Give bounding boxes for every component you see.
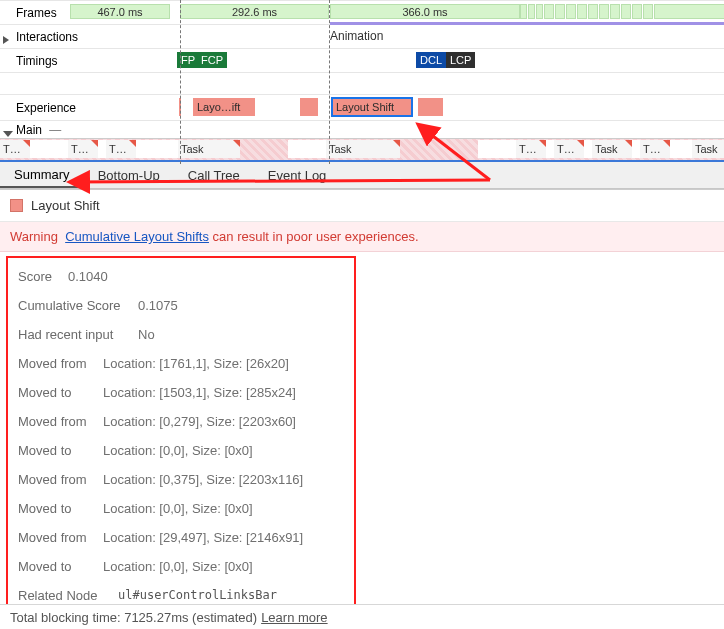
task-cell[interactable]: Task: [178, 140, 240, 158]
expand-icon[interactable]: [3, 36, 9, 44]
frame-segment[interactable]: [610, 4, 620, 19]
main-label: Main —: [0, 123, 170, 137]
task-cell[interactable]: T…: [640, 140, 670, 158]
interactions-label-text: Interactions: [16, 30, 78, 44]
frame-segment[interactable]: [577, 4, 587, 19]
task-cell[interactable]: Task: [326, 140, 400, 158]
detail-row: Had recent inputNo: [8, 320, 354, 349]
timings-label-text: Timings: [16, 54, 58, 68]
detail-row: Moved fromLocation: [0,375], Size: [2203…: [8, 465, 354, 494]
detail-block: Score0.1040 Cumulative Score0.1075 Had r…: [6, 256, 356, 614]
task-gap: [168, 140, 178, 158]
interactions-track[interactable]: Interactions Animation: [0, 24, 724, 48]
frame-segment[interactable]: 328.4 ms: [654, 4, 724, 19]
dcl-badge[interactable]: DCL: [416, 52, 446, 68]
frame-segment[interactable]: [621, 4, 631, 19]
experience-track[interactable]: Experience Layo…ift Layout Shift: [0, 94, 724, 120]
timings-label: Timings: [0, 54, 170, 68]
fcp-badge[interactable]: FCP: [197, 52, 227, 68]
detail-row: Moved fromLocation: [0,279], Size: [2203…: [8, 407, 354, 436]
experience-label: Experience: [0, 101, 170, 115]
task-cell[interactable]: Task: [692, 140, 724, 158]
tab-bottom-up[interactable]: Bottom-Up: [84, 162, 174, 188]
related-node[interactable]: ul#userControlLinksBar: [118, 588, 277, 603]
guide-line: [329, 0, 330, 164]
task-cell[interactable]: T…: [516, 140, 546, 158]
main-track[interactable]: Main —: [0, 120, 724, 138]
layout-shift-marker[interactable]: [300, 98, 318, 116]
task-gap: [98, 140, 106, 158]
detail-row: Moved toLocation: [1503,1], Size: [285x2…: [8, 378, 354, 407]
interactions-label: Interactions: [0, 30, 170, 44]
warning-suffix: can result in poor user experiences.: [209, 229, 419, 244]
detail-row: Moved toLocation: [0,0], Size: [0x0]: [8, 552, 354, 581]
lcp-badge[interactable]: LCP: [446, 52, 475, 68]
frame-segment[interactable]: 366.0 ms: [330, 4, 520, 19]
spacer-track: [0, 72, 724, 94]
detail-row: Moved toLocation: [0,0], Size: [0x0]: [8, 494, 354, 523]
guide-line: [180, 0, 181, 164]
purple-span-bar: [330, 22, 724, 25]
frame-segment[interactable]: [528, 4, 535, 19]
frame-segment[interactable]: [544, 4, 554, 19]
warning-link[interactable]: Cumulative Layout Shifts: [65, 229, 209, 244]
animation-label: Animation: [330, 29, 383, 43]
layout-shift-marker[interactable]: [418, 98, 443, 116]
footer-link[interactable]: Learn more: [261, 610, 327, 625]
related-key: Related Node: [18, 588, 118, 603]
frame-segment[interactable]: [520, 4, 527, 19]
layout-shift-swatch-icon: [10, 199, 23, 212]
frame-segment[interactable]: [566, 4, 576, 19]
detail-row: Score0.1040: [8, 262, 354, 291]
tab-summary[interactable]: Summary: [0, 162, 84, 188]
layout-shift-block-selected[interactable]: Layout Shift: [332, 98, 412, 116]
task-gap: [632, 140, 640, 158]
frame-segment[interactable]: [632, 4, 642, 19]
frame-segment[interactable]: 467.0 ms: [70, 4, 170, 19]
footer-text: Total blocking time: 7125.27ms (estimate…: [10, 610, 257, 625]
tabbar: Summary Bottom-Up Call Tree Event Log: [0, 162, 724, 189]
collapse-icon[interactable]: [3, 131, 13, 137]
task-gap: [546, 140, 554, 158]
timeline-panel[interactable]: Frames 467.0 ms 292.6 ms 366.0 ms 328.4 …: [0, 0, 724, 190]
frames-track[interactable]: Frames 467.0 ms 292.6 ms 366.0 ms 328.4 …: [0, 0, 724, 24]
task-gap: [584, 140, 592, 158]
detail-row: Moved toLocation: [0,0], Size: [0x0]: [8, 436, 354, 465]
detail-row: Moved fromLocation: [29,497], Size: [214…: [8, 523, 354, 552]
task-gap: [288, 140, 326, 158]
frames-label-text: Frames: [16, 6, 57, 20]
frame-segment[interactable]: [588, 4, 598, 19]
task-gap: [136, 140, 168, 158]
task-gap: [30, 140, 68, 158]
tab-call-tree[interactable]: Call Tree: [174, 162, 254, 188]
frame-segment[interactable]: 292.6 ms: [180, 4, 329, 19]
frame-segment[interactable]: [536, 4, 543, 19]
warning-prefix: Warning: [10, 229, 58, 244]
detail-header: Layout Shift: [0, 190, 724, 222]
timings-track[interactable]: Timings FP FCP DCL LCP: [0, 48, 724, 72]
frame-segment[interactable]: [643, 4, 653, 19]
tab-event-log[interactable]: Event Log: [254, 162, 341, 188]
footer: Total blocking time: 7125.27ms (estimate…: [0, 604, 724, 629]
detail-row: Cumulative Score0.1075: [8, 291, 354, 320]
task-gap: [478, 140, 516, 158]
frame-segment[interactable]: [599, 4, 609, 19]
detail-row: Moved fromLocation: [1761,1], Size: [26x…: [8, 349, 354, 378]
main-label-text: Main: [16, 123, 42, 137]
layout-shift-block[interactable]: Layo…ift: [193, 98, 255, 116]
task-cell[interactable]: T…: [0, 140, 30, 158]
task-cell[interactable]: T…: [68, 140, 98, 158]
warning-banner: Warning Cumulative Layout Shifts can res…: [0, 222, 724, 252]
task-gap: [670, 140, 692, 158]
experience-label-text: Experience: [16, 101, 76, 115]
task-cell[interactable]: Task: [592, 140, 632, 158]
task-cell[interactable]: T…: [106, 140, 136, 158]
main-dash: —: [49, 123, 61, 137]
task-cell[interactable]: T…: [554, 140, 584, 158]
frame-segment[interactable]: [555, 4, 565, 19]
detail-title: Layout Shift: [31, 198, 100, 213]
task-strip[interactable]: T… T… T… Task Task T… T… Task T… Task: [0, 138, 724, 160]
